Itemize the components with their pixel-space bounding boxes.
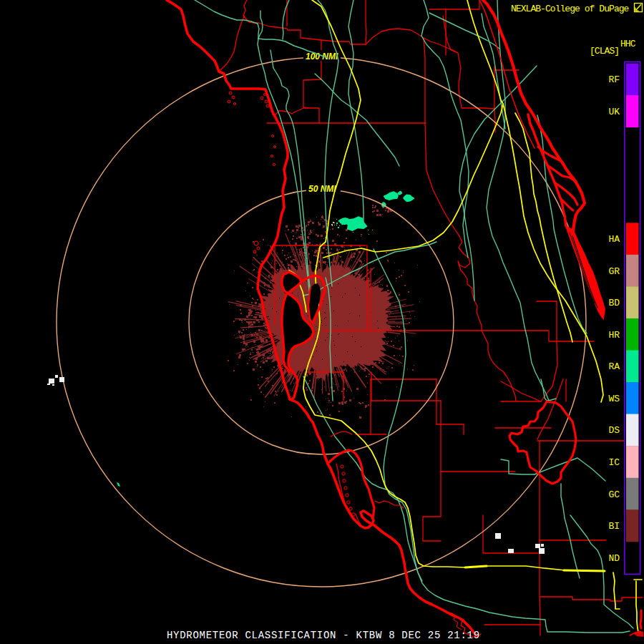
svg-text:WS: WS <box>608 394 620 404</box>
svg-text:HR: HR <box>608 330 620 341</box>
svg-text:HYDROMETEOR CLASSIFICATION - K: HYDROMETEOR CLASSIFICATION - KTBW 8 DEC … <box>167 630 480 641</box>
svg-text:HA: HA <box>608 234 620 245</box>
svg-text:HHC: HHC <box>620 39 636 49</box>
svg-text:RA: RA <box>608 361 620 372</box>
svg-text:ND: ND <box>608 553 620 564</box>
svg-text:BI: BI <box>608 521 620 532</box>
svg-text:50 NMI: 50 NMI <box>308 184 336 194</box>
svg-text:GR: GR <box>608 266 620 277</box>
svg-text:RF: RF <box>608 74 620 85</box>
svg-text:UK: UK <box>608 107 620 117</box>
svg-text:[CLAS]: [CLAS] <box>590 46 619 57</box>
svg-text:DS: DS <box>608 425 620 436</box>
svg-text:GC: GC <box>608 489 620 500</box>
svg-text:100 NMI: 100 NMI <box>306 52 338 62</box>
svg-text:BD: BD <box>608 298 620 308</box>
svg-text:IC: IC <box>608 457 620 468</box>
svg-text:NEXLAB-College of DuPage: NEXLAB-College of DuPage <box>511 4 629 14</box>
